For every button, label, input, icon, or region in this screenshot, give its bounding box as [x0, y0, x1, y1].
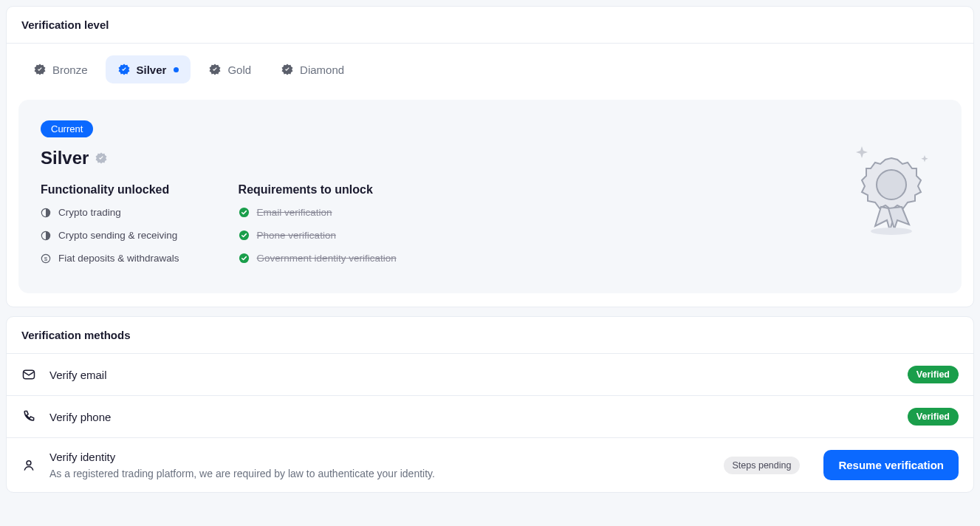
requirement-label: Government identity verification [257, 253, 397, 264]
svg-point-8 [871, 228, 912, 235]
requirement-item: Government identity verification [239, 253, 397, 264]
method-description: As a registered trading platform, we are… [49, 468, 710, 479]
tab-label: Gold [227, 64, 251, 76]
requirement-item: Email verification [239, 207, 397, 218]
functionality-label: Fiat deposits & withdrawals [58, 253, 179, 264]
functionality-item: Crypto sending & receiving [41, 230, 179, 241]
functionality-heading: Functionality unlocked [41, 183, 179, 197]
verification-level-title: Verification level [21, 18, 959, 31]
verification-level-header: Verification level [7, 7, 973, 44]
circle-icon [41, 230, 51, 241]
current-chip: Current [41, 120, 93, 137]
check-circle-icon [239, 207, 250, 218]
level-tabs: Bronze Silver Gold Diamond [7, 44, 973, 92]
method-title: Verify identity [49, 451, 710, 463]
requirement-label: Phone verification [257, 230, 336, 241]
check-circle-icon [239, 230, 250, 241]
resume-verification-button[interactable]: Resume verification [823, 450, 959, 480]
phone-icon [21, 409, 36, 424]
method-row-identity: Verify identity As a registered trading … [7, 437, 973, 492]
verification-level-card: Verification level Bronze Silver Gold [6, 6, 974, 307]
verification-methods-header: Verification methods [7, 317, 973, 354]
method-row-email: Verify email Verified [7, 354, 973, 395]
verification-methods-title: Verification methods [21, 329, 959, 341]
person-icon [21, 458, 36, 473]
level-name-text: Silver [41, 148, 89, 168]
requirements-heading: Requirements to unlock [239, 183, 397, 197]
functionality-item: Crypto trading [41, 207, 179, 218]
level-panel: Current Silver Functionality unlocked Cr… [18, 100, 962, 293]
functionality-label: Crypto sending & receiving [58, 230, 177, 241]
badge-icon [281, 63, 294, 76]
money-icon: $ [41, 253, 51, 264]
mail-icon [21, 367, 36, 382]
requirements-column: Requirements to unlock Email verificatio… [239, 183, 397, 264]
level-name-title: Silver [41, 148, 939, 168]
method-title: Verify phone [49, 411, 894, 423]
tab-gold[interactable]: Gold [196, 55, 263, 83]
method-title: Verify email [49, 369, 894, 381]
badge-icon [208, 63, 222, 76]
verification-methods-card: Verification methods Verify email Verifi… [6, 316, 974, 493]
svg-point-10 [27, 460, 31, 465]
tab-silver[interactable]: Silver [106, 55, 191, 83]
check-circle-icon [239, 253, 250, 264]
badge-icon [95, 151, 108, 165]
svg-text:$: $ [44, 255, 48, 262]
circle-icon [41, 208, 51, 218]
status-pill-pending: Steps pending [724, 457, 801, 474]
tab-label: Diamond [300, 64, 344, 76]
requirement-label: Email verification [257, 207, 332, 218]
methods-list: Verify email Verified Verify phone Verif… [7, 354, 973, 492]
functionality-column: Functionality unlocked Crypto trading Cr… [41, 183, 179, 264]
status-pill-verified: Verified [908, 366, 959, 383]
active-indicator-dot [174, 67, 179, 72]
requirement-item: Phone verification [239, 230, 397, 241]
badge-icon [117, 63, 131, 76]
method-row-phone: Verify phone Verified [7, 395, 973, 437]
badge-icon [33, 63, 47, 76]
tab-bronze[interactable]: Bronze [21, 55, 100, 83]
tab-diamond[interactable]: Diamond [269, 55, 356, 83]
functionality-item: $ Fiat deposits & withdrawals [41, 253, 179, 264]
svg-point-7 [877, 170, 906, 199]
tab-label: Bronze [52, 64, 88, 76]
functionality-label: Crypto trading [58, 207, 121, 218]
status-pill-verified: Verified [908, 408, 959, 426]
tab-label: Silver [137, 64, 167, 76]
gear-badge-illustration [851, 140, 932, 239]
